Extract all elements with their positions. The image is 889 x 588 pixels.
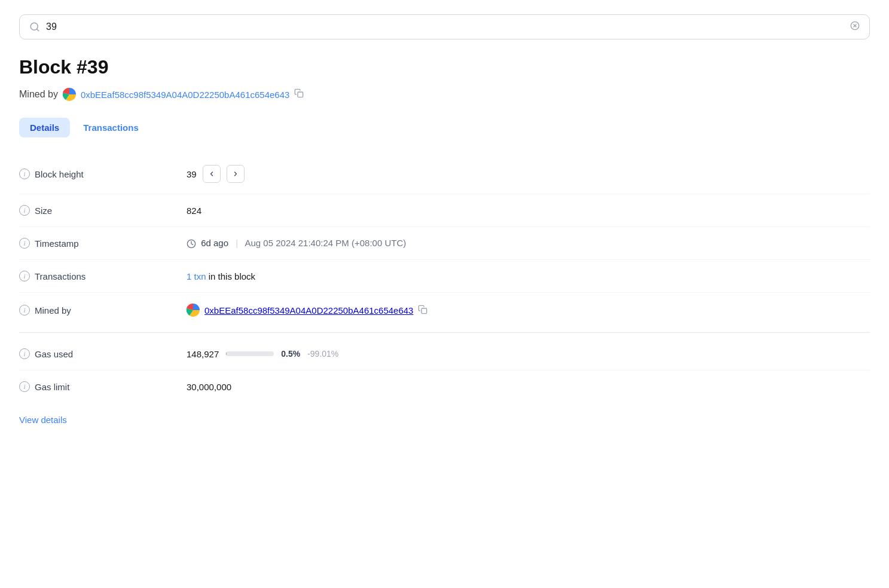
table-row-block-height: i Block height 39 bbox=[19, 154, 870, 194]
tab-transactions[interactable]: Transactions bbox=[72, 118, 149, 137]
transactions-link[interactable]: 1 txn bbox=[187, 271, 206, 281]
gas-limit-label: Gas limit bbox=[35, 382, 69, 392]
svg-rect-9 bbox=[421, 308, 427, 314]
size-label: Size bbox=[35, 206, 52, 216]
gas-used-label: Gas used bbox=[35, 349, 73, 359]
transactions-value: 1 txn in this block bbox=[187, 271, 255, 281]
block-height-label: Block height bbox=[35, 169, 84, 179]
tab-details[interactable]: Details bbox=[19, 118, 70, 137]
table-row-timestamp: i Timestamp 6d ago | Aug 05 2024 21:40:2… bbox=[19, 227, 870, 260]
size-value: 824 bbox=[187, 206, 201, 216]
search-icon bbox=[29, 22, 40, 32]
transactions-label: Transactions bbox=[35, 271, 85, 281]
gas-bar bbox=[226, 351, 274, 356]
timestamp-relative: 6d ago bbox=[201, 238, 228, 248]
info-icon-gas-limit: i bbox=[19, 381, 30, 392]
mined-by-address[interactable]: 0xbEEaf58cc98f5349A04A0D22250bA461c654e6… bbox=[204, 305, 413, 316]
miner-avatar-row-icon bbox=[187, 304, 200, 317]
timestamp-pipe: | bbox=[236, 238, 238, 248]
gas-change: -99.01% bbox=[307, 349, 338, 359]
mined-by-header-label: Mined by bbox=[19, 89, 58, 100]
copy-address-row-icon[interactable] bbox=[418, 305, 427, 316]
block-height-prev-button[interactable] bbox=[203, 165, 221, 183]
info-icon-gas-used: i bbox=[19, 348, 30, 359]
search-input[interactable] bbox=[46, 22, 844, 32]
view-details-link[interactable]: View details bbox=[19, 415, 67, 425]
clear-icon[interactable] bbox=[850, 21, 860, 33]
table-row-gas-used: i Gas used 148,927 0.5% -99.01% bbox=[19, 338, 870, 370]
mined-by-header: Mined by 0xbEEaf58cc98f5349A04A0D22250bA… bbox=[19, 88, 870, 101]
info-icon-timestamp: i bbox=[19, 238, 30, 249]
gas-table: i Gas used 148,927 0.5% -99.01% i bbox=[19, 338, 870, 403]
table-row-size: i Size 824 bbox=[19, 194, 870, 227]
svg-rect-6 bbox=[298, 92, 303, 97]
info-icon-transactions: i bbox=[19, 271, 30, 281]
clock-icon bbox=[187, 239, 196, 249]
table-row-mined-by: i Mined by 0xbEEaf58cc98f5349A04A0D22250… bbox=[19, 293, 870, 328]
timestamp-label: Timestamp bbox=[35, 238, 79, 249]
table-row-transactions: i Transactions 1 txn in this block bbox=[19, 260, 870, 293]
table-row-gas-limit: i Gas limit 30,000,000 bbox=[19, 370, 870, 403]
gas-used-number: 148,927 bbox=[187, 349, 219, 359]
timestamp-absolute: Aug 05 2024 21:40:24 PM (+08:00 UTC) bbox=[245, 238, 406, 248]
gas-used-value: 148,927 0.5% -99.01% bbox=[187, 349, 870, 359]
section-separator bbox=[19, 332, 870, 333]
timestamp-cell: 6d ago | Aug 05 2024 21:40:24 PM (+08:00… bbox=[187, 238, 406, 248]
info-icon-size: i bbox=[19, 205, 30, 216]
gas-percentage: 0.5% bbox=[281, 349, 300, 359]
mined-by-value: 0xbEEaf58cc98f5349A04A0D22250bA461c654e6… bbox=[187, 304, 870, 317]
details-table: i Block height 39 bbox=[19, 154, 870, 327]
svg-line-1 bbox=[36, 29, 38, 30]
page-title: Block #39 bbox=[19, 56, 870, 78]
info-icon-block-height: i bbox=[19, 169, 30, 179]
block-height-number: 39 bbox=[187, 169, 197, 179]
gas-limit-value: 30,000,000 bbox=[187, 382, 231, 392]
tabs: Details Transactions bbox=[19, 118, 870, 137]
transactions-suffix: in this block bbox=[209, 271, 255, 281]
copy-address-header-icon[interactable] bbox=[294, 88, 304, 100]
block-height-next-button[interactable] bbox=[227, 165, 245, 183]
block-height-value: 39 bbox=[187, 165, 870, 183]
mined-by-label: Mined by bbox=[35, 305, 71, 316]
search-bar bbox=[19, 14, 870, 39]
info-icon-mined-by: i bbox=[19, 305, 30, 316]
miner-avatar-icon bbox=[63, 88, 76, 101]
mined-by-header-address[interactable]: 0xbEEaf58cc98f5349A04A0D22250bA461c654e6… bbox=[81, 90, 289, 100]
